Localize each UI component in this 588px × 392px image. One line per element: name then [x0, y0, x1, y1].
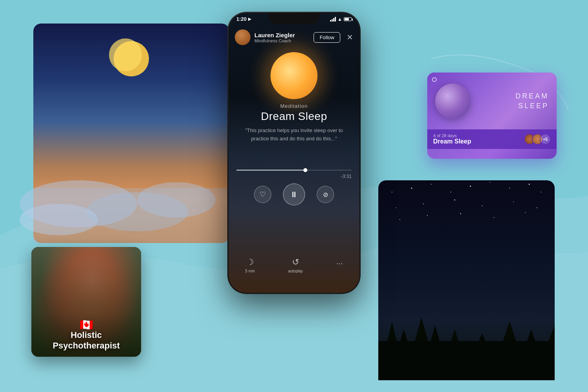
- dream-orb: [435, 83, 470, 119]
- wifi-icon: ▲: [338, 16, 342, 22]
- svg-point-26: [427, 215, 428, 216]
- status-icons: ▲: [330, 16, 352, 22]
- svg-point-13: [450, 192, 451, 192]
- svg-point-5: [86, 192, 188, 231]
- svg-point-20: [423, 203, 424, 204]
- dream-title-line1: DREAM: [515, 91, 549, 101]
- dream-session-name: Dream Sleep: [433, 138, 471, 145]
- dream-participants: +5: [524, 134, 551, 145]
- bottom-controls: ☽ 5 min ↺ autoplay ···: [229, 257, 359, 273]
- meditation-title: Dream Sleep: [229, 110, 359, 123]
- dream-card-image: DREAM SLEEP: [427, 73, 557, 129]
- location-icon: ▶: [248, 17, 251, 21]
- phone-mockup: 1:20 ▶ ▲: [227, 12, 361, 294]
- time-display: 1:20: [236, 16, 247, 22]
- svg-point-12: [431, 184, 432, 185]
- dots-icon: ···: [336, 259, 343, 267]
- dream-card-info: 4 of 28 days Dream Sleep +5: [427, 129, 557, 149]
- holistic-title-line1: Holistic: [31, 330, 141, 340]
- pause-button[interactable]: ⏸: [283, 183, 305, 205]
- dream-title: DREAM SLEEP: [515, 91, 549, 111]
- svg-point-22: [482, 205, 483, 206]
- svg-point-7: [20, 204, 98, 235]
- svg-marker-31: [388, 329, 419, 380]
- svg-point-11: [411, 188, 412, 189]
- svg-point-15: [490, 182, 490, 183]
- holistic-card[interactable]: 🇨🇦 Holistic Psychotherapist: [31, 247, 141, 357]
- follow-button[interactable]: Follow: [314, 32, 340, 43]
- autoplay-button[interactable]: ↺ autoplay: [288, 257, 303, 273]
- progress-bar[interactable]: [236, 170, 352, 171]
- svg-marker-36: [490, 321, 529, 380]
- record-dot: [432, 77, 437, 82]
- status-time: 1:20 ▶: [236, 16, 251, 22]
- svg-marker-34: [439, 329, 470, 380]
- dream-days: 4 of 28 days: [433, 133, 471, 138]
- svg-point-27: [460, 213, 461, 214]
- playback-controls: ♡ ⏸ ⊘: [229, 183, 359, 205]
- heart-icon: ♡: [260, 190, 266, 199]
- battery-icon: [344, 17, 352, 21]
- svg-marker-37: [514, 329, 549, 380]
- svg-marker-30: [378, 321, 406, 380]
- meditation-label: Meditation: [229, 103, 359, 109]
- svg-marker-38: [533, 325, 555, 380]
- dream-session-info: 4 of 28 days Dream Sleep: [433, 133, 471, 145]
- profile-info: Lauren Ziegler Mindfulness Coach: [254, 32, 310, 43]
- svg-point-29: [525, 212, 526, 213]
- block-icon: ⊘: [323, 191, 328, 198]
- skip-button[interactable]: ⊘: [317, 186, 334, 203]
- svg-point-4: [20, 180, 137, 227]
- dream-title-line2: SLEEP: [515, 101, 549, 111]
- svg-point-17: [529, 184, 530, 185]
- flag-icon: 🇨🇦: [80, 318, 93, 331]
- moon-image: [270, 52, 318, 99]
- svg-point-19: [396, 207, 396, 208]
- moon-icon: ☽: [246, 257, 254, 267]
- autoplay-icon: ↺: [292, 257, 299, 267]
- meditation-quote: "This practice helps you invite sleep ov…: [240, 127, 348, 143]
- svg-point-6: [137, 182, 216, 218]
- svg-point-23: [513, 201, 514, 202]
- holistic-title-line2: Psychotherapist: [31, 341, 141, 351]
- svg-point-24: [537, 207, 537, 208]
- sleep-timer-label: 5 min: [245, 269, 255, 273]
- svg-point-10: [392, 192, 392, 192]
- holistic-title: Holistic Psychotherapist: [31, 330, 141, 351]
- phone-notch: [269, 13, 319, 24]
- svg-marker-32: [404, 318, 439, 380]
- like-button[interactable]: ♡: [254, 186, 271, 203]
- profile-title: Mindfulness Coach: [254, 38, 310, 43]
- svg-rect-9: [378, 180, 555, 380]
- close-button[interactable]: ✕: [347, 33, 353, 42]
- more-options-button[interactable]: ···: [336, 259, 343, 268]
- phone-outer: 1:20 ▶ ▲: [227, 12, 361, 294]
- progress-handle[interactable]: [303, 168, 307, 172]
- svg-point-28: [494, 217, 494, 218]
- svg-point-16: [509, 188, 510, 189]
- sleep-timer-button[interactable]: ☽ 5 min: [245, 257, 255, 273]
- time-remaining: -3:31: [341, 174, 352, 179]
- svg-marker-33: [419, 325, 451, 380]
- svg-point-3: [109, 38, 142, 71]
- signal-bars: [330, 17, 336, 22]
- svg-marker-35: [463, 333, 502, 380]
- svg-point-18: [541, 192, 541, 192]
- profile-header: Lauren Ziegler Mindfulness Coach Follow …: [235, 29, 353, 45]
- profile-name: Lauren Ziegler: [254, 32, 310, 38]
- dream-sleep-card[interactable]: DREAM SLEEP 4 of 28 days Dream Sleep +5: [427, 73, 557, 159]
- svg-point-14: [470, 186, 471, 187]
- svg-point-21: [454, 200, 456, 201]
- avatar: [235, 29, 250, 45]
- autoplay-label: autoplay: [288, 269, 303, 273]
- svg-rect-1: [33, 24, 229, 243]
- svg-point-2: [114, 41, 149, 76]
- svg-rect-39: [378, 341, 555, 380]
- phone-screen: 1:20 ▶ ▲: [229, 13, 359, 293]
- svg-point-25: [399, 219, 400, 220]
- pause-icon: ⏸: [290, 190, 298, 199]
- participant-count: +5: [540, 134, 551, 145]
- svg-rect-8: [33, 188, 229, 243]
